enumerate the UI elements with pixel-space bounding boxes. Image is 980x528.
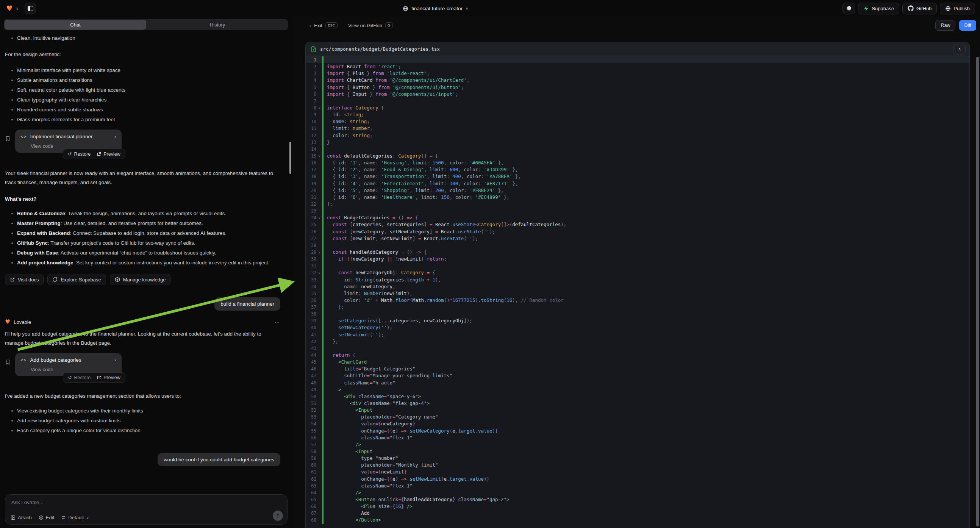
line-number-gutter[interactable]: 56 — [306, 434, 322, 441]
line-number-gutter[interactable]: 26 — [306, 228, 322, 235]
line-number-gutter[interactable]: 38 — [306, 310, 322, 317]
supabase-button[interactable]: Supabase — [858, 3, 899, 14]
line-number-gutter[interactable]: 34 — [306, 283, 322, 290]
raw-toggle-button[interactable]: Raw — [935, 20, 955, 31]
preview-button[interactable]: Preview — [97, 151, 120, 157]
bookmark-icon[interactable] — [5, 135, 11, 143]
line-number-gutter[interactable]: 47 — [306, 372, 322, 379]
view-code-link[interactable]: View code — [31, 367, 116, 372]
line-number-gutter[interactable]: 19 — [306, 180, 322, 187]
line-number-gutter[interactable]: 63 — [306, 483, 322, 489]
line-number-gutter[interactable]: 22 — [306, 201, 322, 208]
line-number-gutter[interactable]: 4 — [306, 77, 322, 84]
line-number-gutter[interactable]: 32∨ — [306, 269, 322, 276]
view-code-link[interactable]: View code — [31, 143, 116, 149]
visit-docs-button[interactable]: Visit docs — [5, 274, 44, 285]
line-number-gutter[interactable]: 10 — [306, 118, 322, 125]
line-number-gutter[interactable]: 62 — [306, 476, 322, 483]
line-number-gutter[interactable]: 64 — [306, 489, 322, 496]
line-number-gutter[interactable]: 51 — [306, 400, 322, 407]
line-number-gutter[interactable]: 57 — [306, 441, 322, 448]
bookmark-icon[interactable] — [5, 359, 11, 366]
fold-chevron-icon[interactable]: ∨ — [316, 153, 322, 159]
line-number-gutter[interactable]: 20 — [306, 187, 322, 194]
line-number-gutter[interactable]: 55 — [306, 428, 322, 434]
line-number-gutter[interactable]: 29∨ — [306, 249, 322, 256]
line-number-gutter[interactable]: 39 — [306, 317, 322, 324]
publish-button[interactable]: Publish — [940, 3, 975, 14]
line-number-gutter[interactable]: 67 — [306, 510, 322, 517]
fold-chevron-icon[interactable]: ∨ — [316, 249, 322, 256]
code-editor[interactable]: 1 2import React from 'react';3import { P… — [306, 56, 969, 528]
line-number-gutter[interactable]: 16 — [306, 159, 322, 166]
window-scrollbar-thumb[interactable] — [976, 57, 979, 526]
line-number-gutter[interactable]: 14 — [306, 146, 322, 153]
line-number-gutter[interactable]: 36 — [306, 297, 322, 304]
line-number-gutter[interactable]: 66 — [306, 503, 322, 510]
line-number-gutter[interactable]: 6 — [306, 91, 322, 98]
collapse-file-button[interactable]: ∧ — [953, 44, 966, 54]
line-number-gutter[interactable]: 25 — [306, 221, 322, 228]
line-number-gutter[interactable]: 45 — [306, 359, 322, 366]
fold-chevron-icon[interactable]: ∨ — [316, 105, 322, 111]
line-number-gutter[interactable]: 11 — [306, 125, 322, 132]
line-number-gutter[interactable]: 13 — [306, 139, 322, 146]
line-number-gutter[interactable]: 54 — [306, 420, 322, 427]
line-number-gutter[interactable]: 58 — [306, 448, 322, 455]
line-number-gutter[interactable]: 48 — [306, 380, 322, 386]
manage-knowledge-button[interactable]: Manage knowledge — [110, 274, 171, 285]
line-number-gutter[interactable]: 12 — [306, 132, 322, 139]
line-number-gutter[interactable]: 8∨ — [306, 105, 322, 111]
fold-chevron-icon[interactable]: ∨ — [316, 269, 322, 276]
send-button[interactable]: ↑ — [273, 511, 283, 521]
restore-button[interactable]: ↺Restore — [68, 151, 91, 157]
line-number-gutter[interactable]: 18 — [306, 173, 322, 180]
line-number-gutter[interactable]: 65 — [306, 496, 322, 503]
preview-button[interactable]: Preview — [97, 375, 120, 380]
line-number-gutter[interactable]: 52 — [306, 407, 322, 413]
line-number-gutter[interactable]: 59 — [306, 455, 322, 462]
line-number-gutter[interactable]: 17 — [306, 166, 322, 173]
line-number-gutter[interactable]: 21 — [306, 194, 322, 201]
line-number-gutter[interactable]: 23 — [306, 208, 322, 215]
line-number-gutter[interactable]: 40 — [306, 324, 322, 331]
line-number-gutter[interactable]: 43 — [306, 345, 322, 352]
line-number-gutter[interactable]: 49 — [306, 386, 322, 393]
file-header[interactable]: src/components/budget/BudgetCategories.t… — [306, 42, 969, 56]
model-selector[interactable]: Default ∨ — [61, 515, 89, 520]
tab-history[interactable]: History — [147, 19, 288, 30]
chat-input-box[interactable]: Ask Lovable... Attach Edit Default ∨ ↑ — [5, 494, 288, 525]
line-number-gutter[interactable]: 46 — [306, 366, 322, 372]
github-button[interactable]: GitHub — [902, 3, 937, 14]
line-number-gutter[interactable]: 44 — [306, 352, 322, 359]
sidebar-toggle-button[interactable] — [25, 3, 36, 14]
line-number-gutter[interactable]: 1 — [306, 56, 322, 63]
chat-scrollbar-thumb[interactable] — [290, 142, 291, 174]
line-number-gutter[interactable]: 61 — [306, 469, 322, 476]
exit-button[interactable]: ‹ Exit ESC — [309, 22, 337, 29]
line-number-gutter[interactable]: 31 — [306, 262, 322, 269]
logo-chevron-down-icon[interactable]: ∨ — [16, 6, 19, 11]
line-number-gutter[interactable]: 53 — [306, 413, 322, 420]
line-number-gutter[interactable]: 27 — [306, 235, 322, 242]
line-number-gutter[interactable]: 15∨ — [306, 153, 322, 159]
settings-button[interactable] — [843, 3, 855, 14]
line-number-gutter[interactable]: 37 — [306, 304, 322, 310]
line-number-gutter[interactable]: 24∨ — [306, 215, 322, 221]
message-menu-button[interactable]: ⋯ — [275, 319, 280, 325]
line-number-gutter[interactable]: 30 — [306, 256, 322, 262]
edit-button[interactable]: Edit — [39, 515, 54, 520]
line-number-gutter[interactable]: 3 — [306, 70, 322, 77]
lovable-logo-icon[interactable]: ♥ — [6, 5, 13, 12]
line-number-gutter[interactable]: 35 — [306, 290, 322, 297]
line-number-gutter[interactable]: 9 — [306, 111, 322, 118]
line-number-gutter[interactable]: 33 — [306, 277, 322, 283]
line-number-gutter[interactable]: 28 — [306, 242, 322, 249]
line-number-gutter[interactable]: 42 — [306, 338, 322, 345]
line-number-gutter[interactable]: 68 — [306, 517, 322, 523]
line-number-gutter[interactable]: 41 — [306, 331, 322, 338]
restore-button[interactable]: ↺Restore — [68, 375, 91, 380]
chat-scroll-area[interactable]: Clean, intuitive navigation For the desi… — [0, 31, 287, 491]
view-on-github-button[interactable]: View on GitHub G — [348, 22, 393, 29]
fold-chevron-icon[interactable]: ∨ — [316, 215, 322, 221]
